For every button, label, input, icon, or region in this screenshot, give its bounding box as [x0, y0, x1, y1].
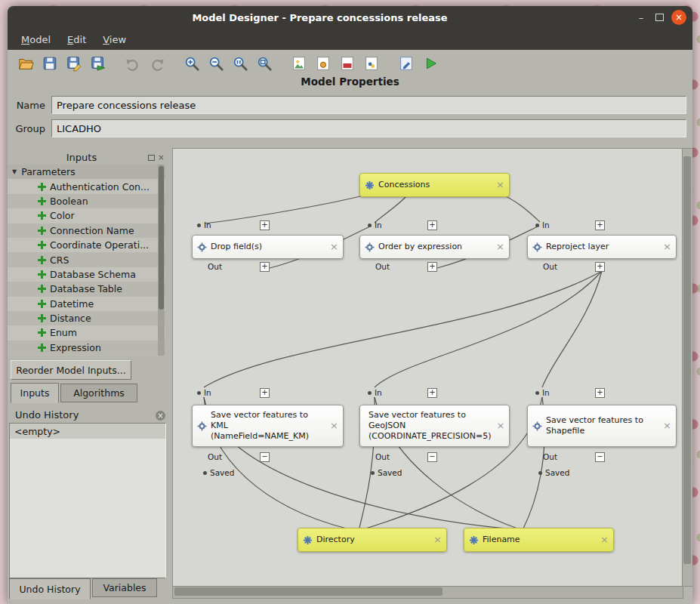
- tab-algorithms[interactable]: Algorithms: [60, 384, 137, 402]
- node-collapse-icon[interactable]: ×: [433, 534, 442, 547]
- input-plus-icon: [38, 256, 46, 264]
- collapse-button[interactable]: −: [427, 452, 437, 462]
- undo-icon: [125, 55, 141, 72]
- menu-view[interactable]: View: [95, 32, 134, 48]
- node-order-by-expression[interactable]: Order by expression ×: [359, 235, 510, 259]
- save-model-button[interactable]: [39, 53, 60, 74]
- inputs-close-icon[interactable]: ×: [157, 153, 165, 162]
- undo-button[interactable]: [122, 53, 143, 74]
- canvas-vertical-scrollbar-thumb[interactable]: [683, 156, 691, 564]
- model-canvas[interactable]: Concessions × In + In + In + Drop field(…: [172, 148, 683, 587]
- expand-button[interactable]: +: [427, 262, 437, 272]
- canvas-vertical-scrollbar[interactable]: [682, 148, 692, 587]
- expand-button[interactable]: +: [260, 220, 270, 230]
- node-concessions[interactable]: Concessions ×: [359, 173, 510, 197]
- menu-edit[interactable]: Edit: [60, 32, 94, 48]
- node-collapse-icon[interactable]: ×: [496, 241, 504, 254]
- algorithm-icon: [532, 421, 542, 431]
- node-collapse-icon[interactable]: ×: [330, 420, 338, 433]
- menu-model[interactable]: Model: [14, 32, 58, 48]
- node-filename[interactable]: Filename ×: [464, 528, 614, 552]
- tree-item-crs[interactable]: CRS: [8, 252, 165, 267]
- node-save-geojson[interactable]: Save vector features to GeoJSON (COORDIN…: [359, 405, 510, 447]
- node-drop-fields[interactable]: Drop field(s) ×: [192, 235, 344, 259]
- titlebar: Model Designer - Prepare concessions rel…: [8, 6, 692, 29]
- tree-item-datetime[interactable]: Datetime: [8, 297, 165, 311]
- run-model-button[interactable]: [420, 53, 441, 74]
- maximize-icon: [655, 14, 664, 21]
- node-collapse-icon[interactable]: ×: [496, 420, 504, 433]
- parameter-icon: [469, 535, 479, 545]
- inputs-float-icon[interactable]: [147, 154, 156, 162]
- expand-button[interactable]: +: [427, 220, 437, 230]
- canvas-horizontal-scrollbar[interactable]: [172, 586, 683, 599]
- tree-item-database-schema[interactable]: Database Schema: [8, 267, 165, 282]
- tab-undo-history[interactable]: Undo History: [9, 578, 91, 599]
- canvas-horizontal-scrollbar-thumb[interactable]: [174, 587, 443, 596]
- tree-item-coordinate-operation[interactable]: Coordinate Operati...: [8, 238, 165, 252]
- save-model-as-button[interactable]: [63, 53, 85, 74]
- minimize-button[interactable]: –: [632, 9, 650, 26]
- export-as-image-button[interactable]: [288, 53, 310, 74]
- name-input[interactable]: [51, 96, 686, 114]
- undo-close-icon[interactable]: ×: [156, 411, 165, 421]
- inputs-tree-scrollbar[interactable]: [158, 165, 165, 356]
- tree-item-color[interactable]: Color: [8, 208, 165, 223]
- inputs-tree-scrollbar-thumb[interactable]: [159, 166, 164, 310]
- tab-variables[interactable]: Variables: [92, 578, 157, 597]
- edge: [375, 271, 602, 387]
- zoom-actual-button[interactable]: [230, 53, 251, 74]
- collapse-button[interactable]: −: [595, 452, 605, 462]
- redo-button[interactable]: [146, 53, 168, 74]
- tree-item-enum[interactable]: Enum: [8, 325, 165, 340]
- zoom-in-button[interactable]: [181, 53, 202, 74]
- zoom-out-button[interactable]: [205, 53, 227, 74]
- socket-out-save-kml: Out: [208, 452, 222, 461]
- expand-button[interactable]: +: [260, 262, 270, 272]
- close-button[interactable]: ×: [671, 10, 686, 25]
- zoom-full-button[interactable]: [254, 53, 275, 74]
- node-collapse-icon[interactable]: ×: [663, 420, 671, 433]
- zoom-actual-icon: [232, 55, 248, 72]
- input-plus-icon: [38, 270, 46, 279]
- tree-item-distance[interactable]: Distance: [8, 311, 165, 325]
- tree-group-parameters[interactable]: ▼ Parameters: [8, 165, 165, 179]
- collapse-button[interactable]: −: [260, 452, 270, 462]
- export-as-svg-button[interactable]: [313, 53, 334, 74]
- socket-out-save-geojson: Out: [375, 452, 390, 461]
- input-plus-icon: [38, 183, 46, 191]
- tree-item-expression[interactable]: Expression: [8, 341, 165, 355]
- node-collapse-icon[interactable]: ×: [600, 534, 609, 547]
- socket-dot: [538, 471, 542, 475]
- node-collapse-icon[interactable]: ×: [496, 179, 504, 192]
- node-collapse-icon[interactable]: ×: [330, 241, 338, 254]
- save-model-in-project-button[interactable]: [88, 53, 109, 74]
- node-collapse-icon[interactable]: ×: [663, 241, 671, 254]
- maximize-button[interactable]: [650, 9, 668, 26]
- open-model-button[interactable]: [15, 53, 36, 74]
- expand-button[interactable]: +: [427, 388, 437, 398]
- reorder-model-inputs-button[interactable]: Reorder Model Inputs...: [11, 360, 131, 380]
- inputs-tree: ▼ Parameters Authentication Con... Boole…: [8, 165, 165, 356]
- node-save-kml[interactable]: Save vector features to KML (NameField=N…: [192, 405, 344, 447]
- expand-button[interactable]: +: [595, 220, 605, 230]
- node-save-shapefile[interactable]: Save vector features to Shapefile ×: [527, 405, 677, 447]
- node-reproject-layer[interactable]: Reproject layer ×: [527, 235, 677, 259]
- floppy-pencil-icon: [66, 55, 82, 72]
- socket-dot: [535, 223, 539, 227]
- tree-item-database-table[interactable]: Database Table: [8, 282, 165, 296]
- node-directory[interactable]: Directory ×: [298, 528, 447, 552]
- export-as-script-button[interactable]: [361, 53, 382, 74]
- expand-button[interactable]: +: [595, 388, 605, 398]
- undo-history-list[interactable]: <empty>: [9, 423, 166, 578]
- edit-model-help-button[interactable]: [396, 53, 417, 74]
- expand-button[interactable]: +: [260, 388, 270, 398]
- tab-inputs[interactable]: Inputs: [11, 383, 59, 403]
- expand-button[interactable]: +: [595, 262, 605, 272]
- export-as-pdf-button[interactable]: [337, 53, 358, 74]
- group-input[interactable]: [51, 119, 686, 137]
- tree-item-boolean[interactable]: Boolean: [8, 194, 165, 208]
- tree-item-connection-name[interactable]: Connection Name: [8, 223, 165, 238]
- input-plus-icon: [38, 314, 46, 322]
- tree-item-authentication[interactable]: Authentication Con...: [8, 179, 165, 193]
